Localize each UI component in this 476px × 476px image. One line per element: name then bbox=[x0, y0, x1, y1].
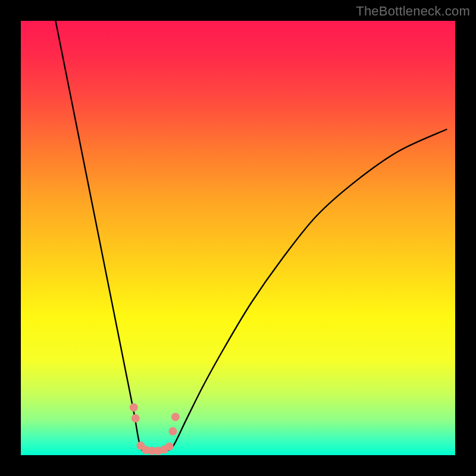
valley-marker bbox=[131, 414, 140, 422]
plot-area bbox=[21, 21, 455, 455]
valley-marker bbox=[130, 403, 138, 412]
bottleneck-curve bbox=[21, 21, 455, 455]
watermark-text: TheBottleneck.com bbox=[356, 4, 470, 19]
curve-path bbox=[55, 21, 446, 451]
valley-marker bbox=[169, 427, 177, 436]
valley-marker bbox=[171, 413, 180, 421]
chart-frame: TheBottleneck.com bbox=[0, 0, 476, 476]
valley-marker bbox=[165, 442, 174, 450]
